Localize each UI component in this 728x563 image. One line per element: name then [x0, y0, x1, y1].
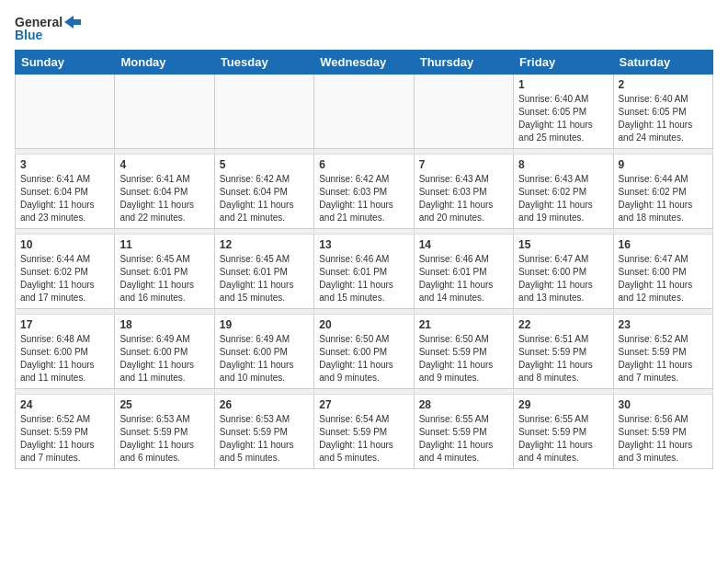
- calendar-cell: 6Sunrise: 6:42 AM Sunset: 6:03 PM Daylig…: [314, 155, 414, 229]
- calendar-cell: 25Sunrise: 6:53 AM Sunset: 5:59 PM Dayli…: [115, 395, 214, 469]
- day-number: 23: [619, 318, 708, 331]
- day-info: Sunrise: 6:49 AM Sunset: 6:00 PM Dayligh…: [220, 333, 309, 385]
- logo-arrow-icon: [64, 16, 81, 29]
- calendar-cell: 5Sunrise: 6:42 AM Sunset: 6:04 PM Daylig…: [214, 155, 313, 229]
- day-info: Sunrise: 6:56 AM Sunset: 5:59 PM Dayligh…: [619, 413, 708, 465]
- calendar-cell: 17Sunrise: 6:48 AM Sunset: 6:00 PM Dayli…: [16, 315, 115, 389]
- day-number: 7: [419, 158, 508, 171]
- calendar-cell: [16, 75, 115, 149]
- calendar-week-2: 3Sunrise: 6:41 AM Sunset: 6:04 PM Daylig…: [16, 155, 713, 229]
- calendar-cell: 7Sunrise: 6:43 AM Sunset: 6:03 PM Daylig…: [414, 155, 513, 229]
- logo: General Blue: [15, 15, 81, 42]
- day-info: Sunrise: 6:50 AM Sunset: 5:59 PM Dayligh…: [419, 333, 508, 385]
- svg-marker-0: [64, 16, 81, 29]
- weekday-header-saturday: Saturday: [613, 51, 712, 75]
- day-number: 30: [619, 398, 708, 411]
- day-number: 25: [119, 398, 209, 411]
- day-info: Sunrise: 6:54 AM Sunset: 5:59 PM Dayligh…: [319, 413, 408, 465]
- weekday-header-friday: Friday: [514, 51, 613, 75]
- day-number: 28: [419, 398, 508, 411]
- day-info: Sunrise: 6:47 AM Sunset: 6:00 PM Dayligh…: [518, 253, 608, 304]
- calendar-cell: 10Sunrise: 6:44 AM Sunset: 6:02 PM Dayli…: [16, 235, 115, 309]
- day-number: 2: [619, 78, 708, 91]
- day-info: Sunrise: 6:53 AM Sunset: 5:59 PM Dayligh…: [220, 413, 309, 465]
- calendar-cell: 23Sunrise: 6:52 AM Sunset: 5:59 PM Dayli…: [613, 315, 712, 389]
- calendar-cell: [314, 75, 414, 149]
- day-info: Sunrise: 6:48 AM Sunset: 6:00 PM Dayligh…: [20, 333, 109, 385]
- day-number: 11: [119, 238, 209, 251]
- day-info: Sunrise: 6:55 AM Sunset: 5:59 PM Dayligh…: [419, 413, 508, 465]
- logo-blue: Blue: [15, 28, 42, 42]
- day-number: 10: [20, 238, 109, 251]
- day-info: Sunrise: 6:47 AM Sunset: 6:00 PM Dayligh…: [619, 253, 708, 304]
- day-number: 20: [319, 318, 408, 331]
- day-info: Sunrise: 6:51 AM Sunset: 5:59 PM Dayligh…: [518, 333, 608, 385]
- calendar-cell: 8Sunrise: 6:43 AM Sunset: 6:02 PM Daylig…: [514, 155, 613, 229]
- day-info: Sunrise: 6:41 AM Sunset: 6:04 PM Dayligh…: [20, 173, 109, 224]
- day-number: 19: [220, 318, 309, 331]
- weekday-header-wednesday: Wednesday: [314, 51, 414, 75]
- calendar-cell: 15Sunrise: 6:47 AM Sunset: 6:00 PM Dayli…: [514, 235, 613, 309]
- calendar-cell: 4Sunrise: 6:41 AM Sunset: 6:04 PM Daylig…: [115, 155, 214, 229]
- calendar-cell: 22Sunrise: 6:51 AM Sunset: 5:59 PM Dayli…: [514, 315, 613, 389]
- calendar-cell: 3Sunrise: 6:41 AM Sunset: 6:04 PM Daylig…: [16, 155, 115, 229]
- calendar-cell: 1Sunrise: 6:40 AM Sunset: 6:05 PM Daylig…: [514, 75, 613, 149]
- day-number: 4: [119, 158, 209, 171]
- weekday-header-row: SundayMondayTuesdayWednesdayThursdayFrid…: [16, 51, 713, 75]
- calendar-cell: 2Sunrise: 6:40 AM Sunset: 6:05 PM Daylig…: [613, 75, 712, 149]
- calendar-cell: 30Sunrise: 6:56 AM Sunset: 5:59 PM Dayli…: [613, 395, 712, 469]
- calendar-cell: 20Sunrise: 6:50 AM Sunset: 6:00 PM Dayli…: [314, 315, 414, 389]
- calendar-cell: 21Sunrise: 6:50 AM Sunset: 5:59 PM Dayli…: [414, 315, 513, 389]
- day-info: Sunrise: 6:52 AM Sunset: 5:59 PM Dayligh…: [20, 413, 109, 465]
- day-number: 15: [518, 238, 608, 251]
- calendar-week-5: 24Sunrise: 6:52 AM Sunset: 5:59 PM Dayli…: [16, 395, 713, 469]
- day-number: 16: [619, 238, 708, 251]
- day-info: Sunrise: 6:41 AM Sunset: 6:04 PM Dayligh…: [119, 173, 209, 224]
- day-info: Sunrise: 6:43 AM Sunset: 6:02 PM Dayligh…: [518, 173, 608, 224]
- day-info: Sunrise: 6:52 AM Sunset: 5:59 PM Dayligh…: [619, 333, 708, 385]
- calendar-cell: [115, 75, 214, 149]
- calendar-cell: [414, 75, 513, 149]
- day-number: 14: [419, 238, 508, 251]
- day-number: 1: [518, 78, 608, 91]
- page-header: General Blue: [15, 15, 713, 42]
- day-number: 26: [220, 398, 309, 411]
- day-number: 3: [20, 158, 109, 171]
- calendar-cell: [214, 75, 313, 149]
- weekday-header-monday: Monday: [115, 51, 214, 75]
- calendar-cell: 18Sunrise: 6:49 AM Sunset: 6:00 PM Dayli…: [115, 315, 214, 389]
- weekday-header-thursday: Thursday: [414, 51, 513, 75]
- day-number: 17: [20, 318, 109, 331]
- day-info: Sunrise: 6:40 AM Sunset: 6:05 PM Dayligh…: [619, 93, 708, 144]
- day-number: 9: [619, 158, 708, 171]
- day-info: Sunrise: 6:55 AM Sunset: 5:59 PM Dayligh…: [518, 413, 608, 465]
- calendar-cell: 14Sunrise: 6:46 AM Sunset: 6:01 PM Dayli…: [414, 235, 513, 309]
- day-info: Sunrise: 6:46 AM Sunset: 6:01 PM Dayligh…: [319, 253, 408, 304]
- calendar-table: SundayMondayTuesdayWednesdayThursdayFrid…: [15, 50, 713, 469]
- day-info: Sunrise: 6:50 AM Sunset: 6:00 PM Dayligh…: [319, 333, 408, 385]
- day-number: 13: [319, 238, 408, 251]
- day-info: Sunrise: 6:53 AM Sunset: 5:59 PM Dayligh…: [119, 413, 209, 465]
- day-number: 18: [119, 318, 209, 331]
- calendar-cell: 11Sunrise: 6:45 AM Sunset: 6:01 PM Dayli…: [115, 235, 214, 309]
- day-number: 21: [419, 318, 508, 331]
- day-info: Sunrise: 6:42 AM Sunset: 6:04 PM Dayligh…: [220, 173, 309, 224]
- calendar-cell: 19Sunrise: 6:49 AM Sunset: 6:00 PM Dayli…: [214, 315, 313, 389]
- calendar-cell: 13Sunrise: 6:46 AM Sunset: 6:01 PM Dayli…: [314, 235, 414, 309]
- day-info: Sunrise: 6:45 AM Sunset: 6:01 PM Dayligh…: [119, 253, 209, 304]
- day-number: 6: [319, 158, 408, 171]
- day-info: Sunrise: 6:42 AM Sunset: 6:03 PM Dayligh…: [319, 173, 408, 224]
- day-number: 29: [518, 398, 608, 411]
- calendar-week-3: 10Sunrise: 6:44 AM Sunset: 6:02 PM Dayli…: [16, 235, 713, 309]
- day-info: Sunrise: 6:44 AM Sunset: 6:02 PM Dayligh…: [619, 173, 708, 224]
- day-info: Sunrise: 6:49 AM Sunset: 6:00 PM Dayligh…: [119, 333, 209, 385]
- calendar-cell: 9Sunrise: 6:44 AM Sunset: 6:02 PM Daylig…: [613, 155, 712, 229]
- calendar-cell: 27Sunrise: 6:54 AM Sunset: 5:59 PM Dayli…: [314, 395, 414, 469]
- day-number: 24: [20, 398, 109, 411]
- day-info: Sunrise: 6:40 AM Sunset: 6:05 PM Dayligh…: [518, 93, 608, 144]
- weekday-header-tuesday: Tuesday: [214, 51, 313, 75]
- day-number: 8: [518, 158, 608, 171]
- day-number: 22: [518, 318, 608, 331]
- day-info: Sunrise: 6:46 AM Sunset: 6:01 PM Dayligh…: [419, 253, 508, 304]
- day-info: Sunrise: 6:44 AM Sunset: 6:02 PM Dayligh…: [20, 253, 109, 304]
